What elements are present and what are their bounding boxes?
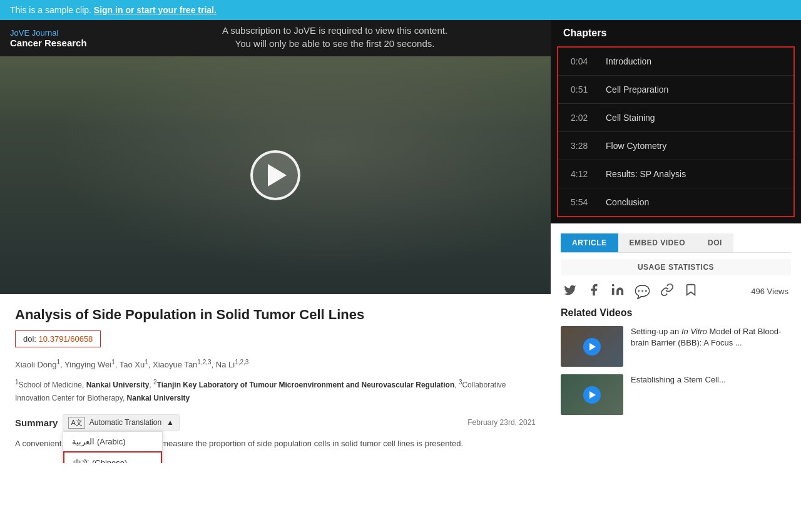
views-count: 496 Views (751, 287, 788, 296)
lang-chinese[interactable]: 中文 (Chinese) (63, 451, 162, 463)
right-sidebar-bottom: ARTICLE EMBED VIDEO DOI USAGE STATISTICS (551, 223, 801, 432)
related-video-desc-2: Establishing a Stem Cell... (631, 374, 726, 386)
chapter-time-conclusion: 5:54 (571, 197, 596, 207)
arabic-label: العربية (Arabic) (72, 437, 125, 446)
chapter-item-conclusion[interactable]: 5:54 Conclusion (558, 188, 793, 216)
related-thumb-1[interactable] (561, 326, 623, 367)
journal-name: Cancer Research (10, 38, 104, 48)
chapter-time-cell-staining: 2:02 (571, 113, 596, 123)
journal-brand: JoVE Journal Cancer Research (10, 28, 104, 48)
tab-buttons: ARTICLE EMBED VIDEO DOI (561, 233, 791, 253)
related-video-1[interactable]: Setting-up an In Vitro Model of Rat Bloo… (561, 326, 791, 367)
svg-point-0 (612, 284, 615, 287)
chapter-item-results[interactable]: 4:12 Results: SP Analysis (558, 160, 793, 188)
tab-article[interactable]: ARTICLE (561, 233, 618, 252)
chevron-up-icon: ▲ (166, 418, 174, 427)
wechat-icon[interactable]: 💬 (635, 284, 650, 299)
article-title: Analysis of Side Population in Solid Tum… (15, 307, 536, 323)
lang-arabic[interactable]: العربية (Arabic) (63, 432, 162, 451)
usage-statistics-button[interactable]: USAGE STATISTICS (561, 259, 791, 275)
chapters-list: 0:04 Introduction 0:51 Cell Preparation … (557, 46, 795, 217)
chapter-time-introduction: 0:04 (571, 56, 596, 66)
video-player[interactable] (0, 56, 551, 294)
related-videos-title: Related Videos (561, 307, 791, 319)
play-icon (268, 164, 287, 187)
chapter-item-introduction[interactable]: 0:04 Introduction (558, 48, 793, 76)
journal-label: JoVE Journal (10, 28, 104, 38)
doi-prefix: doi: (23, 334, 36, 344)
chapters-panel: Chapters 0:04 Introduction 0:51 Cell Pre… (551, 20, 801, 223)
affiliations: 1School of Medicine, Nankai University, … (15, 377, 536, 404)
social-row: 💬 496 Views (561, 275, 791, 307)
chapter-name-conclusion: Conclusion (606, 197, 649, 207)
doi-box: doi: 10.3791/60658 (15, 330, 101, 347)
language-dropdown-menu[interactable]: العربية (Arabic) 中文 (Chinese) (63, 431, 163, 463)
chinese-label: 中文 (Chinese) (73, 458, 127, 463)
chapters-title: Chapters (551, 20, 801, 46)
chapter-item-cell-preparation[interactable]: 0:51 Cell Preparation (558, 76, 793, 104)
translate-icon: A文 (68, 417, 84, 429)
video-header: JoVE Journal Cancer Research A subscript… (0, 20, 551, 56)
translation-dropdown[interactable]: A文 Automatic Translation ▲ العربية (Arab… (63, 414, 180, 431)
signin-link[interactable]: Sign in or start your free trial. (94, 5, 217, 15)
subscription-line2: You will only be able to see the first 2… (129, 38, 541, 49)
chapter-time-cell-preparation: 0:51 (571, 84, 596, 95)
auto-translate-button[interactable]: A文 Automatic Translation ▲ (63, 414, 180, 431)
doi-link[interactable]: 10.3791/60658 (39, 334, 93, 344)
top-banner: This is a sample clip. Sign in or start … (0, 0, 801, 20)
related-play-button-1[interactable] (583, 338, 601, 356)
summary-header: Summary A文 Automatic Translation ▲ العرب… (15, 414, 536, 431)
chapter-item-flow-cytometry[interactable]: 3:28 Flow Cytometry (558, 132, 793, 160)
subscription-message: A subscription to JoVE is required to vi… (129, 25, 541, 51)
chapter-name-flow-cytometry: Flow Cytometry (606, 141, 666, 151)
related-play-icon-1 (589, 343, 596, 350)
chapter-item-cell-staining[interactable]: 2:02 Cell Staining (558, 104, 793, 132)
related-thumb-2[interactable] (561, 374, 623, 415)
play-button[interactable] (250, 150, 300, 200)
chapter-name-introduction: Introduction (606, 56, 651, 66)
linkedin-icon[interactable] (611, 283, 625, 300)
auto-translate-label: Automatic Translation (89, 418, 161, 427)
related-play-button-2[interactable] (583, 386, 601, 404)
chapter-time-flow-cytometry: 3:28 (571, 141, 596, 151)
bookmark-icon[interactable] (684, 283, 698, 300)
subscription-line1: A subscription to JoVE is required to vi… (129, 25, 541, 36)
facebook-icon[interactable] (587, 283, 601, 300)
twitter-icon[interactable] (563, 283, 577, 300)
chapter-name-cell-staining: Cell Staining (606, 113, 655, 123)
link-icon[interactable] (660, 283, 674, 300)
summary-label: Summary (15, 417, 58, 428)
content-area: Analysis of Side Population in Solid Tum… (0, 294, 551, 463)
chapter-time-results: 4:12 (571, 169, 596, 179)
tab-embed-video[interactable]: EMBED VIDEO (618, 233, 697, 252)
related-video-2[interactable]: Establishing a Stem Cell... (561, 374, 791, 415)
banner-text: This is a sample clip. (10, 5, 91, 15)
summary-date: February 23rd, 2021 (467, 418, 536, 427)
tab-doi[interactable]: DOI (696, 233, 733, 252)
related-play-icon-2 (589, 391, 596, 399)
chapter-name-results: Results: SP Analysis (606, 169, 686, 179)
related-video-desc-1: Setting-up an In Vitro Model of Rat Bloo… (631, 326, 791, 349)
chapter-name-cell-preparation: Cell Preparation (606, 84, 668, 95)
authors: Xiaoli Dong1, Yingying Wei1, Tao Xu1, Xi… (15, 357, 536, 372)
